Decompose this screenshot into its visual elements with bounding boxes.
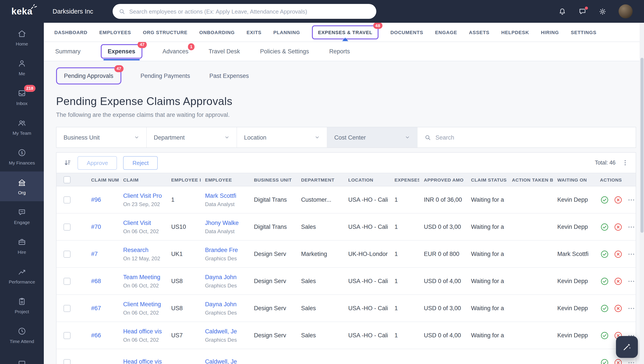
approve-claim-icon[interactable] — [600, 358, 609, 364]
reject-claim-icon[interactable] — [613, 222, 622, 231]
location-filter[interactable]: Location — [237, 127, 327, 148]
cost-center-filter[interactable]: Cost Center — [327, 127, 417, 148]
tab-pending-approvals[interactable]: Pending Approvals 47 — [56, 68, 121, 84]
row-more-options-icon[interactable] — [627, 195, 635, 204]
row-checkbox[interactable] — [64, 332, 71, 339]
employee-name-link[interactable]: Dayna John — [205, 274, 245, 280]
assistant-fab[interactable] — [616, 336, 638, 358]
global-search-input[interactable] — [129, 8, 370, 15]
notifications-bell-icon[interactable] — [558, 7, 566, 16]
sidebar-item-my-finances[interactable]: $ My Finances — [0, 142, 44, 172]
subnav-travel-desk[interactable]: Travel Desk — [208, 48, 240, 55]
department-filter[interactable]: Department — [147, 127, 237, 148]
nav-helpdesk[interactable]: HELPDESK — [501, 30, 529, 35]
row-more-options-icon[interactable] — [627, 358, 635, 364]
employee-name-link[interactable]: Caldwell, Je — [205, 328, 245, 334]
claim-title-link[interactable]: Research — [123, 246, 162, 253]
business-unit-filter[interactable]: Business Unit — [57, 127, 147, 148]
subnav-summary[interactable]: Summary — [55, 48, 81, 55]
user-avatar[interactable] — [618, 4, 632, 18]
nav-expenses-and-travel[interactable]: EXPENSES & TRAVEL 48 — [312, 25, 378, 39]
claim-number-link[interactable]: #7 — [91, 251, 114, 257]
sidebar-item-project[interactable]: Project — [0, 290, 44, 320]
employee-name-link[interactable]: Dayna John — [205, 301, 245, 307]
nav-planning[interactable]: PLANNING — [273, 30, 300, 35]
tab-past-expenses[interactable]: Past Expenses — [209, 72, 249, 79]
nav-dashboard[interactable]: DASHBOARD — [54, 30, 87, 35]
claims-search[interactable] — [417, 127, 636, 148]
employee-name-link[interactable]: Jhony Walke — [205, 220, 245, 226]
keka-logo[interactable]: keka — [0, 0, 44, 23]
sidebar-item-inbox[interactable]: 218 Inbox — [0, 82, 44, 112]
nav-exits[interactable]: EXITS — [247, 30, 262, 35]
nav-org-structure[interactable]: ORG STRUCTURE — [143, 30, 187, 35]
employee-name-link[interactable]: Mark Scottfi — [205, 192, 245, 199]
global-search[interactable] — [113, 4, 376, 19]
row-more-options-icon[interactable] — [627, 250, 635, 258]
sort-icon[interactable] — [64, 159, 71, 167]
claim-title-link[interactable]: Client Visit — [123, 220, 162, 226]
claim-title-link[interactable]: Head office vis — [123, 358, 162, 364]
employee-name-link[interactable]: Brandee Fre — [205, 246, 245, 253]
claim-title-link[interactable]: Client Meeting — [123, 301, 162, 307]
employee-name-link[interactable]: Caldwell, Je — [205, 358, 245, 364]
nav-assets[interactable]: ASSETS — [469, 30, 489, 35]
sidebar-item-me[interactable]: Me — [0, 52, 44, 82]
tab-pending-payments[interactable]: Pending Payments — [140, 72, 190, 79]
sidebar-item-time-attend[interactable]: Time Attend — [0, 320, 44, 350]
sidebar-item-partial[interactable] — [0, 350, 44, 364]
approve-claim-icon[interactable] — [600, 304, 609, 312]
nav-employees[interactable]: EMPLOYEES — [99, 30, 131, 35]
claim-number-link[interactable]: #96 — [91, 196, 114, 203]
claim-title-link[interactable]: Client Visit Pro — [123, 192, 162, 199]
row-checkbox[interactable] — [64, 278, 71, 284]
row-checkbox[interactable] — [64, 196, 71, 203]
claim-number-link[interactable]: #70 — [91, 224, 114, 230]
subnav-policies-settings[interactable]: Policies & Settings — [260, 48, 309, 55]
approve-button[interactable]: Approve — [78, 156, 117, 170]
nav-documents[interactable]: DOCUMENTS — [390, 30, 423, 35]
approve-claim-icon[interactable] — [600, 331, 609, 340]
sidebar-item-hire[interactable]: Hire — [0, 231, 44, 261]
settings-gear-icon[interactable] — [598, 7, 607, 16]
reject-claim-icon[interactable] — [613, 250, 622, 258]
sidebar-item-my-team[interactable]: My Team — [0, 112, 44, 142]
page-scrollbar-thumb[interactable] — [640, 58, 643, 233]
nav-hiring[interactable]: HIRING — [541, 30, 559, 35]
messages-chat-icon[interactable] — [578, 7, 587, 16]
approve-claim-icon[interactable] — [600, 277, 609, 286]
row-checkbox[interactable] — [64, 223, 71, 230]
approve-claim-icon[interactable] — [600, 195, 609, 204]
claim-number-link[interactable]: #67 — [91, 305, 114, 312]
nav-settings[interactable]: SETTINGS — [571, 30, 596, 35]
approve-claim-icon[interactable] — [600, 222, 609, 231]
row-more-options-icon[interactable] — [627, 277, 635, 286]
row-more-options-icon[interactable] — [627, 222, 635, 231]
reject-claim-icon[interactable] — [613, 195, 622, 204]
nav-engage[interactable]: ENGAGE — [435, 30, 457, 35]
reject-claim-icon[interactable] — [613, 358, 622, 364]
row-checkbox[interactable] — [64, 305, 71, 312]
reject-button[interactable]: Reject — [123, 156, 158, 170]
nav-onboarding[interactable]: ONBOARDING — [199, 30, 235, 35]
row-checkbox[interactable] — [64, 250, 71, 258]
claims-search-input[interactable] — [436, 134, 629, 141]
reject-claim-icon[interactable] — [613, 304, 622, 312]
sidebar-item-engage[interactable]: Engage — [0, 201, 44, 231]
subnav-advances[interactable]: Advances 1 — [162, 48, 189, 55]
claim-title-link[interactable]: Team Meeting — [123, 274, 162, 280]
sidebar-item-performance[interactable]: Performance — [0, 261, 44, 290]
reject-claim-icon[interactable] — [613, 277, 622, 286]
page-scrollbar[interactable] — [639, 23, 644, 364]
sidebar-item-home[interactable]: Home — [0, 23, 44, 52]
row-more-options-icon[interactable] — [627, 304, 635, 312]
select-all-checkbox[interactable] — [64, 176, 71, 183]
sidebar-item-org[interactable]: Org — [0, 172, 44, 201]
subnav-expenses[interactable]: Expenses 47 — [101, 44, 142, 58]
subnav-reports[interactable]: Reports — [329, 48, 350, 55]
claim-number-link[interactable]: #68 — [91, 278, 114, 284]
table-options-kebab-icon[interactable] — [622, 159, 629, 166]
row-checkbox[interactable] — [64, 359, 71, 364]
claim-title-link[interactable]: Head office vis — [123, 328, 162, 334]
claim-number-link[interactable]: #66 — [91, 332, 114, 338]
